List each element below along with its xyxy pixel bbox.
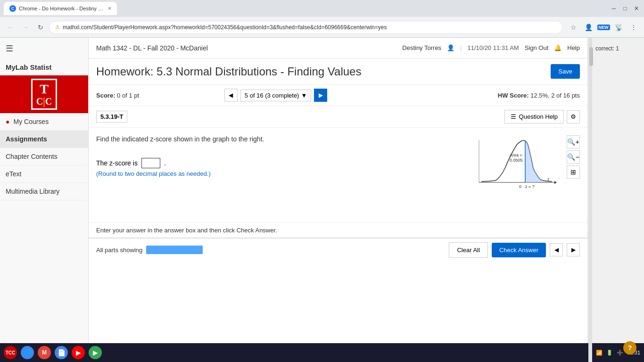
question-help-label: Question Help bbox=[519, 113, 558, 120]
sign-out-link[interactable]: Sign Out bbox=[525, 44, 549, 51]
refresh-button[interactable]: ↻ bbox=[34, 21, 47, 34]
extensions-badge[interactable]: NEW bbox=[597, 21, 610, 34]
sidebar: ☰ MyLab Statist T C|C ● My Courses Assig… bbox=[0, 38, 89, 343]
progress-dropdown[interactable]: 5 of 16 (3 complete) ▼ bbox=[240, 90, 312, 101]
taskbar-gmail-icon[interactable]: M bbox=[38, 346, 51, 359]
minimize-button[interactable]: ─ bbox=[610, 5, 618, 12]
sidebar-label-assignments: Assignments bbox=[6, 135, 47, 143]
all-parts-label: All parts showing bbox=[96, 247, 142, 254]
sidebar-item-multimedia-library[interactable]: Multimedia Library bbox=[0, 183, 88, 200]
svg-text:Area =: Area = bbox=[510, 153, 522, 157]
score-label: Score: bbox=[96, 92, 115, 99]
question-navigation: ◀ 5 of 16 (3 complete) ▼ ▶ bbox=[224, 89, 328, 102]
sidebar-label-multimedia-library: Multimedia Library bbox=[6, 188, 59, 195]
save-button[interactable]: Save bbox=[551, 64, 580, 79]
question-id: 5.3.19-T bbox=[96, 111, 127, 123]
bottom-prev-button[interactable]: ◀ bbox=[550, 243, 563, 256]
browser-tab[interactable]: C Chrome - Do Homework - Destiny Torres … bbox=[4, 2, 117, 15]
notification-icon[interactable]: 🔔 bbox=[554, 44, 561, 51]
browser-toolbar: ← → ↻ ⚠ mathxl.com/Student/PlayerHomewor… bbox=[0, 17, 644, 38]
sidebar-item-chapter-contents[interactable]: Chapter Contents bbox=[0, 148, 88, 165]
logo-area: T C|C bbox=[0, 75, 88, 113]
taskbar-network-icon: 📶 bbox=[596, 350, 603, 356]
instructions: Enter your answer in the answer box and … bbox=[89, 222, 587, 238]
bookmark-icon[interactable]: ☆ bbox=[567, 21, 580, 34]
scroll-thumb[interactable] bbox=[589, 47, 593, 66]
taskbar-chrome-icon[interactable]: 🌐 bbox=[21, 346, 34, 359]
logo-text: T C|C bbox=[31, 79, 57, 110]
help-link[interactable]: Help bbox=[567, 44, 580, 51]
settings-gear-icon: ⚙ bbox=[570, 113, 576, 120]
tab-favicon: C bbox=[9, 5, 16, 12]
answer-prefix: The z-score is bbox=[96, 159, 138, 167]
tab-close-button[interactable]: × bbox=[108, 5, 111, 12]
zoom-controls: 🔍+ 🔍− ⊞ bbox=[567, 135, 580, 179]
sidebar-item-my-courses[interactable]: ● My Courses bbox=[0, 113, 88, 131]
close-button[interactable]: ✕ bbox=[633, 5, 640, 12]
hw-score-display: HW Score: 12.5%, 2 of 16 pts bbox=[498, 92, 580, 99]
address-bar[interactable]: ⚠ mathxl.com/Student/PlayerHomework.aspx… bbox=[49, 21, 563, 34]
menu-icon[interactable]: ⋮ bbox=[627, 21, 640, 34]
bottom-bar: All parts showing Clear All Check Answer… bbox=[89, 238, 587, 261]
question-help-button[interactable]: ☰ Question Help bbox=[504, 110, 564, 123]
score-value: 0 of 1 pt bbox=[117, 92, 139, 99]
cast-icon[interactable]: 📡 bbox=[612, 21, 625, 34]
app-title: MyLab Statist bbox=[0, 59, 88, 75]
question-body: Find the indicated z-score shown in the … bbox=[89, 128, 587, 158]
score-bar: Score: 0 of 1 pt ◀ 5 of 16 (3 complete) … bbox=[89, 85, 587, 106]
taskbar-docs-icon[interactable]: 📄 bbox=[55, 346, 68, 359]
taskbar-play-icon[interactable]: ▶ bbox=[89, 346, 102, 359]
taskbar: TCC 🌐 M 📄 ▶ ▶ 📶 🔋 ➕ 11:31 bbox=[0, 343, 644, 362]
course-title: Math 1342 - DL - Fall 2020 - McDaniel bbox=[96, 44, 402, 52]
sidebar-item-etext[interactable]: eText bbox=[0, 165, 88, 183]
course-header: Math 1342 - DL - Fall 2020 - McDaniel De… bbox=[89, 38, 587, 58]
progress-bar bbox=[146, 246, 203, 254]
bottom-next-button[interactable]: ▶ bbox=[567, 243, 580, 256]
clear-all-button[interactable]: Clear All bbox=[449, 242, 487, 258]
taskbar-youtube-icon[interactable]: ▶ bbox=[72, 346, 85, 359]
answer-input[interactable] bbox=[141, 158, 160, 168]
next-question-button[interactable]: ▶ bbox=[314, 89, 327, 102]
scrollbar[interactable] bbox=[588, 38, 592, 343]
sidebar-item-assignments[interactable]: Assignments bbox=[0, 131, 88, 148]
zoom-out-button[interactable]: 🔍− bbox=[567, 150, 580, 164]
tab-title: Chrome - Do Homework - Destiny Torres bbox=[19, 6, 105, 11]
profile-icon[interactable]: 👤 bbox=[582, 21, 595, 34]
main-content: Math 1342 - DL - Fall 2020 - McDaniel De… bbox=[89, 38, 587, 343]
right-sidebar-content: correct: 1 bbox=[588, 38, 644, 59]
taskbar-battery-icon: 🔋 bbox=[606, 350, 613, 356]
maximize-button[interactable]: □ bbox=[621, 5, 629, 12]
instructions-text: Enter your answer in the answer box and … bbox=[96, 227, 277, 234]
divider: | bbox=[460, 44, 462, 51]
user-info: Destiny Torres 👤 | 11/10/20 11:31 AM Sig… bbox=[402, 44, 580, 51]
dropdown-arrow-icon: ▼ bbox=[301, 92, 307, 99]
sidebar-label-my-courses: My Courses bbox=[13, 118, 49, 125]
correct-label: correct: 1 bbox=[595, 45, 636, 52]
correct-rest: orrect: 1 bbox=[598, 45, 619, 52]
score-display: Score: 0 of 1 pt bbox=[96, 92, 139, 99]
back-button[interactable]: ← bbox=[4, 21, 17, 34]
prev-question-button[interactable]: ◀ bbox=[224, 89, 238, 102]
zoom-external-button[interactable]: ⊞ bbox=[567, 165, 580, 179]
hamburger-menu-button[interactable]: ☰ bbox=[0, 38, 88, 59]
progress-text: 5 of 16 (3 complete) bbox=[245, 92, 299, 99]
period: . bbox=[164, 159, 166, 167]
graph-container: Area = 0.0505 z 0 z = ? bbox=[474, 135, 559, 198]
taskbar-add-icon[interactable]: ➕ bbox=[617, 350, 623, 356]
question-header: 5.3.19-T ☰ Question Help ⚙ bbox=[89, 106, 587, 128]
homework-title: Homework: 5.3 Normal Distributions - Fin… bbox=[96, 65, 551, 78]
svg-text:z: z bbox=[547, 177, 550, 181]
homework-title-bar: Homework: 5.3 Normal Distributions - Fin… bbox=[89, 58, 587, 85]
taskbar-app-icon: TCC bbox=[4, 346, 17, 359]
user-name: Destiny Torres bbox=[402, 44, 441, 51]
svg-text:z = ?: z = ? bbox=[525, 184, 535, 189]
check-answer-button[interactable]: Check Answer bbox=[492, 243, 546, 257]
hw-score-label: HW Score: bbox=[498, 92, 529, 99]
security-warning-icon: ⚠ bbox=[55, 24, 60, 30]
browser-toolbar-icons: ☆ 👤 NEW 📡 ⋮ bbox=[567, 21, 640, 34]
settings-button[interactable]: ⚙ bbox=[567, 110, 580, 123]
my-courses-icon: ● bbox=[6, 118, 9, 125]
zoom-in-button[interactable]: 🔍+ bbox=[567, 135, 580, 148]
question-help-icon: ☰ bbox=[511, 113, 516, 120]
forward-button[interactable]: → bbox=[19, 21, 32, 34]
